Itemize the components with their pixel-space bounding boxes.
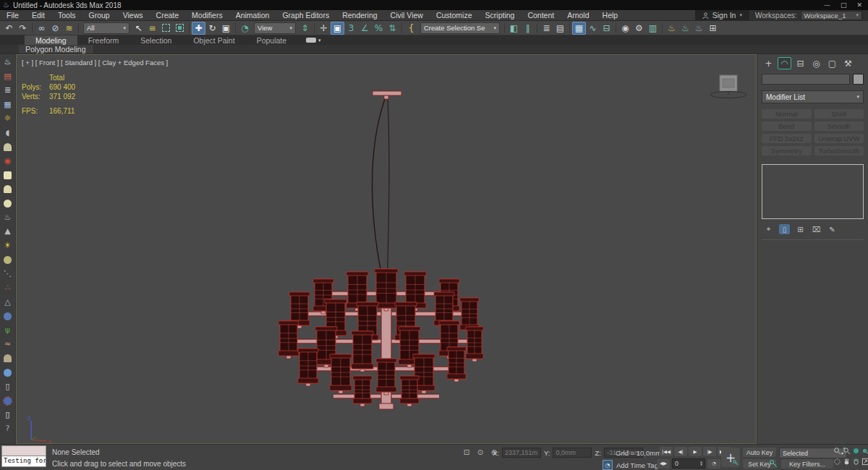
select-by-name-icon[interactable]: ≡ (145, 22, 159, 35)
snap-toggle-icon[interactable]: ▣ (331, 22, 344, 35)
teapot-primitive-icon[interactable]: ♨ (2, 212, 14, 223)
keyboard-shortcut-override-icon[interactable]: ✛ (317, 22, 331, 35)
curve-editor-icon[interactable]: ∿ (586, 22, 600, 35)
select-and-move-icon[interactable]: ✚ (192, 22, 205, 35)
zoom-icon[interactable] (833, 447, 841, 455)
rain-particles-icon[interactable]: ⋱ (2, 268, 14, 280)
sphere-primitive-icon[interactable] (2, 197, 14, 209)
ribbon-tab-freeform[interactable]: Freeform (77, 35, 130, 45)
hierarchy-tab[interactable]: ⊟ (793, 57, 807, 69)
help-icon[interactable]: ? (2, 423, 14, 435)
percent-snap-icon[interactable]: % (372, 22, 386, 35)
ribbon-tab-modeling[interactable]: Modeling (25, 35, 77, 45)
time-configuration-icon[interactable]: ◔ (707, 459, 720, 469)
maxscript-mini-listener[interactable]: Testing for i (1, 445, 46, 467)
render-in-cloud-icon[interactable]: ♨ (678, 22, 692, 35)
sphere-selection-icon[interactable] (2, 395, 14, 406)
key-filters-button[interactable]: Key Filters... (781, 459, 833, 469)
named-selection-sets-dropdown[interactable]: Create Selection Se▾ (420, 22, 500, 34)
foliage-icon[interactable]: ψ (2, 325, 14, 336)
configure-modifier-sets-icon[interactable]: ✎ (827, 224, 838, 234)
rendered-frame-window-icon[interactable]: ▥ (646, 22, 660, 35)
viewport-label[interactable]: [ + ] [ Front ] [ Standard ] [ Clay + Ed… (22, 59, 168, 67)
utilities-tab[interactable]: ⚒ (841, 57, 855, 69)
scene-explorer-icon[interactable]: ▤ (553, 22, 567, 35)
modifier-button-normal[interactable]: Normal (762, 109, 812, 119)
ribbon-toggle-icon[interactable]: ▦ (572, 22, 586, 35)
viewport[interactable]: Zx [ + ] [ Front ] [ Standard ] [ Clay +… (16, 54, 757, 444)
menu-help[interactable]: Help (596, 10, 625, 20)
modifier-stack-box[interactable] (762, 164, 864, 219)
set-keys-button[interactable]: + (721, 448, 740, 467)
render-flyout-icon[interactable]: ♨ (692, 22, 706, 35)
maximize-viewport-icon[interactable] (861, 458, 868, 466)
pan-icon[interactable] (843, 458, 851, 466)
render-setup-icon[interactable]: ⚙ (632, 22, 646, 35)
ribbon-tab-selection[interactable]: Selection (129, 35, 182, 45)
orbit-icon[interactable] (852, 458, 860, 466)
add-time-tag[interactable]: ◔ Add Time Tag (603, 460, 658, 470)
clipboard-icon[interactable]: ▯ (2, 381, 14, 393)
pin-stack-icon[interactable]: ⌖ (763, 224, 774, 234)
reference-coordinate-system-dropdown[interactable]: View▾ (254, 22, 296, 34)
menu-scripting[interactable]: Scripting (479, 10, 522, 20)
isolate-selection-icon[interactable]: ⊡ (461, 448, 472, 457)
select-and-link-icon[interactable]: ∞ (35, 22, 48, 35)
select-and-manipulate-icon[interactable]: ⇕ (298, 22, 312, 35)
select-and-scale-icon[interactable]: ▣ (219, 22, 233, 35)
play-icon[interactable]: ▶ (689, 447, 702, 456)
y-field[interactable]: 0,0mm (553, 448, 592, 458)
spreadsheet-shortcut-icon[interactable]: ▦ (2, 99, 14, 111)
object-name-field[interactable] (762, 74, 850, 85)
cone-primitive-icon[interactable]: ▲ (2, 226, 14, 237)
zoom-all-icon[interactable] (843, 447, 851, 455)
teapot-shortcut-icon[interactable]: ♨ (2, 56, 14, 68)
edit-named-selection-sets-icon[interactable]: { (404, 22, 418, 35)
chandelier-model[interactable] (278, 91, 483, 409)
sunlight-icon[interactable]: ☀ (2, 240, 14, 252)
bird-icon[interactable]: ≈ (2, 338, 14, 350)
modifier-button-turbosmooth[interactable]: TurboSmooth (814, 146, 864, 155)
motion-tab[interactable]: ◎ (809, 57, 823, 69)
schematic-view-icon[interactable]: ⊟ (600, 22, 613, 35)
snap-3d-icon[interactable]: 3 (344, 22, 358, 35)
spinner-snap-icon[interactable]: ⇅ (386, 22, 399, 35)
menu-tools[interactable]: Tools (51, 10, 82, 20)
menu-group[interactable]: Group (82, 10, 116, 20)
modifier-button-unwrap-uvw[interactable]: Unwrap UVW (814, 134, 864, 143)
render-production-icon[interactable]: ♨ (665, 22, 678, 35)
frame-spinner[interactable]: ▲▼ (700, 461, 702, 466)
modify-tab[interactable]: ◠ (778, 57, 791, 69)
box-primitive-icon[interactable] (2, 169, 14, 181)
geosphere-icon[interactable] (2, 254, 14, 265)
show-end-result-icon[interactable]: ▯ (779, 224, 790, 234)
current-frame-field[interactable]: 0 ▲▼ (672, 458, 705, 469)
layer-manager-icon[interactable]: ≣ (540, 22, 553, 35)
menu-animation[interactable]: Animation (229, 10, 276, 20)
menu-graph-editors[interactable]: Graph Editors (276, 10, 336, 20)
workspace-dropdown[interactable]: Workspace_1 ▾ (801, 11, 862, 20)
modifier-button-ffd-2x2x2[interactable]: FFD 2x2x2 (762, 134, 812, 143)
key-mode-toggle-icon[interactable]: ◀▶ (657, 459, 670, 469)
menu-content[interactable]: Content (521, 10, 561, 20)
selection-filter-dropdown[interactable]: All▾ (83, 22, 129, 34)
menu-modifiers[interactable]: Modifiers (185, 10, 229, 20)
menu-edit[interactable]: Edit (25, 10, 51, 20)
camera-shortcut-icon[interactable]: ◉ (2, 155, 14, 167)
undo-icon[interactable]: ↶ (2, 22, 16, 35)
blue-sphere-icon[interactable] (2, 367, 14, 378)
polygon-modeling-panel[interactable]: Polygon Modeling (19, 45, 93, 54)
maximize-icon[interactable]: □ (841, 1, 847, 9)
molecule-icon[interactable]: ∴ (2, 282, 14, 294)
hemisphere-shortcut-icon[interactable] (2, 141, 14, 153)
select-object-icon[interactable]: ↖ (132, 22, 145, 35)
select-and-rotate-icon[interactable]: ↻ (205, 22, 219, 35)
modifier-button-symmetry[interactable]: Symmetry (762, 146, 812, 155)
shell-icon[interactable] (2, 353, 14, 364)
macro-recorder-field[interactable] (1, 445, 46, 456)
unlink-selection-icon[interactable]: ⊘ (48, 22, 62, 35)
rectangular-selection-region-icon[interactable] (159, 22, 173, 35)
listener-field[interactable]: Testing for i (1, 456, 46, 467)
minimize-icon[interactable]: — (824, 1, 830, 9)
object-color-swatch[interactable] (853, 74, 864, 85)
